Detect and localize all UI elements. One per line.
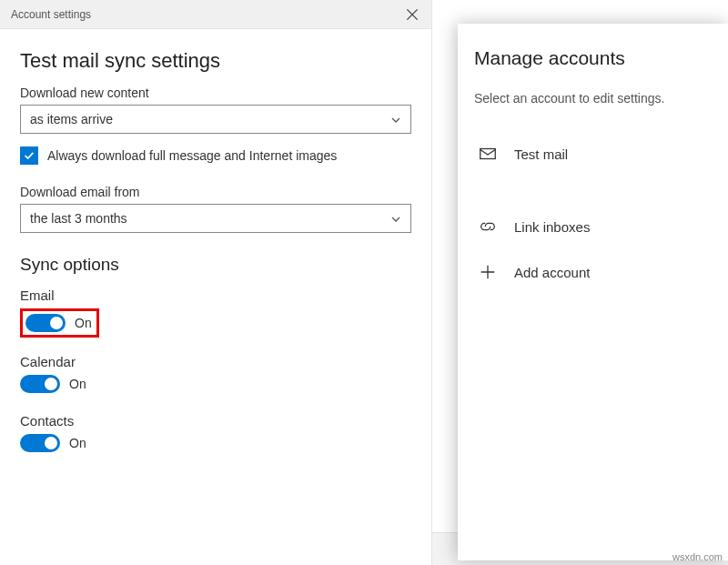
close-icon bbox=[404, 6, 420, 23]
calendar-toggle-label: Calendar bbox=[20, 354, 411, 369]
check-icon bbox=[23, 149, 35, 162]
full-message-checkbox-label: Always download full message and Interne… bbox=[47, 148, 337, 163]
account-settings-dialog: Account settings Test mail sync settings… bbox=[0, 0, 432, 565]
download-from-select[interactable]: the last 3 months bbox=[20, 204, 411, 233]
link-inboxes-label: Link inboxes bbox=[514, 219, 590, 235]
dialog-title: Account settings bbox=[11, 8, 91, 21]
contacts-toggle-state: On bbox=[69, 436, 86, 450]
download-content-value: as items arrive bbox=[30, 112, 113, 126]
manage-accounts-pane: Manage accounts Select an account to edi… bbox=[458, 24, 728, 560]
chevron-down-icon bbox=[390, 114, 401, 125]
manage-accounts-subtitle: Select an account to edit settings. bbox=[474, 91, 712, 106]
calendar-toggle-state: On bbox=[69, 377, 86, 391]
email-toggle[interactable] bbox=[25, 314, 66, 332]
dialog-header: Account settings bbox=[0, 0, 431, 29]
contacts-toggle-label: Contacts bbox=[20, 413, 411, 429]
email-toggle-highlight: On bbox=[20, 308, 99, 338]
account-item-test-mail[interactable]: Test mail bbox=[474, 131, 712, 177]
calendar-toggle[interactable] bbox=[20, 375, 60, 393]
svg-rect-3 bbox=[480, 149, 496, 159]
download-from-label: Download email from bbox=[20, 185, 411, 199]
manage-accounts-title: Manage accounts bbox=[474, 47, 712, 69]
page-title: Test mail sync settings bbox=[20, 49, 411, 73]
link-icon bbox=[478, 217, 498, 237]
add-account-label: Add account bbox=[514, 265, 590, 280]
mail-icon bbox=[478, 144, 498, 164]
full-message-checkbox[interactable] bbox=[20, 146, 38, 165]
download-from-value: the last 3 months bbox=[30, 211, 127, 226]
account-item-label: Test mail bbox=[514, 146, 568, 162]
add-account-item[interactable]: Add account bbox=[474, 249, 712, 295]
email-toggle-label: Email bbox=[20, 288, 411, 303]
download-content-label: Download new content bbox=[20, 86, 411, 100]
link-inboxes-item[interactable]: Link inboxes bbox=[474, 204, 712, 249]
sync-options-heading: Sync options bbox=[20, 255, 411, 275]
email-toggle-state: On bbox=[75, 316, 92, 330]
close-button[interactable] bbox=[404, 6, 420, 23]
chevron-down-icon bbox=[390, 213, 401, 224]
contacts-toggle[interactable] bbox=[20, 434, 60, 452]
download-content-select[interactable]: as items arrive bbox=[20, 105, 411, 134]
watermark: wsxdn.com bbox=[672, 551, 723, 562]
plus-icon bbox=[478, 262, 498, 282]
